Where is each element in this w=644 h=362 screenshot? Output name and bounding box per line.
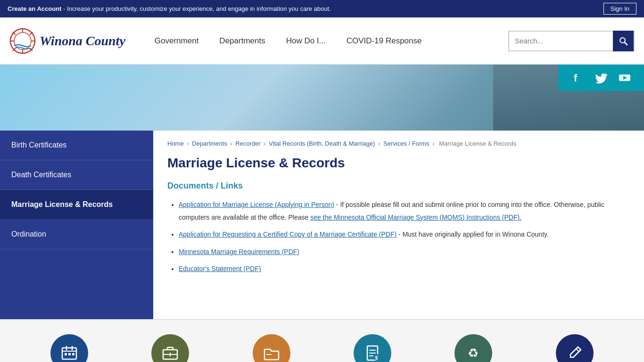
svg-rect-12 <box>571 71 584 84</box>
list-item: Minnesota Marriage Requirements (PDF) <box>179 246 630 258</box>
breadcrumb-recorder[interactable]: Recorder <box>235 140 260 147</box>
nav-departments[interactable]: Departments <box>209 32 275 50</box>
svg-text:♻: ♻ <box>468 346 479 360</box>
doc-link-app-in-person[interactable]: Application for Marriage License (Applyi… <box>179 201 334 208</box>
doc-link-educators-statement[interactable]: Educator's Statement (PDF) <box>179 265 261 272</box>
breadcrumb-vital-records[interactable]: Vital Records (Birth, Death & Marriage) <box>269 140 375 147</box>
footer-icon-folder[interactable] <box>253 334 290 362</box>
footer-icon-briefcase[interactable] <box>151 334 189 362</box>
top-banner: Create an Account - Increase your produc… <box>0 0 644 17</box>
hero-image: f <box>0 65 644 131</box>
calendar-icon <box>50 334 88 362</box>
svg-text:f: f <box>574 72 578 84</box>
folder-icon <box>253 334 290 362</box>
page-content: Home › Departments › Recorder › Vital Re… <box>153 131 644 319</box>
sidebar-item-death-certificates[interactable]: Death Certificates <box>0 160 153 190</box>
documents-list: Application for Marriage License (Applyi… <box>167 198 630 275</box>
create-account-link[interactable]: Create an Account <box>8 5 61 12</box>
svg-text:$: $ <box>375 355 378 361</box>
sidebar: Birth Certificates Death Certificates Ma… <box>0 131 153 319</box>
logo-icon <box>9 28 36 54</box>
recycle-icon: ♻ <box>454 334 492 362</box>
youtube-icon[interactable] <box>613 65 636 91</box>
facebook-icon[interactable]: f <box>566 65 589 91</box>
list-item: Educator's Statement (PDF) <box>179 263 630 275</box>
doc-link-moms[interactable]: see the Minnesota Official Marriage Syst… <box>310 214 521 221</box>
nav-government[interactable]: Government <box>144 32 209 50</box>
social-bar: f <box>558 65 644 91</box>
page-title: Marriage License & Records <box>167 156 630 171</box>
sidebar-item-marriage-license-records[interactable]: Marriage License & Records <box>0 190 153 220</box>
search-area <box>508 31 635 51</box>
list-item: Application for Marriage License (Applyi… <box>179 198 630 223</box>
footer-icons: $ ♻ <box>0 319 644 362</box>
breadcrumb-services-forms[interactable]: Services / Forms <box>383 140 429 147</box>
doc-link-mn-requirements[interactable]: Minnesota Marriage Requirements (PDF) <box>179 248 299 255</box>
breadcrumb: Home › Departments › Recorder › Vital Re… <box>167 140 630 147</box>
breadcrumb-departments[interactable]: Departments <box>192 140 227 147</box>
main-nav: Government Departments How Do I... COVID… <box>144 32 508 50</box>
doc-link-certified-copy[interactable]: Application for Requesting a Certified C… <box>179 230 396 238</box>
nav-covid[interactable]: COVID-19 Response <box>336 32 432 50</box>
search-input[interactable] <box>509 32 613 50</box>
main-content: Birth Certificates Death Certificates Ma… <box>0 131 644 319</box>
breadcrumb-home[interactable]: Home <box>167 140 184 147</box>
banner-text: Create an Account - Increase your produc… <box>8 5 331 12</box>
footer-icon-recycle[interactable]: ♻ <box>454 334 492 362</box>
pencil-icon <box>556 334 594 362</box>
svg-line-11 <box>625 42 627 45</box>
search-button[interactable] <box>613 31 634 51</box>
footer-icon-document[interactable]: $ <box>354 334 391 362</box>
svg-line-34 <box>576 349 579 352</box>
doc-text-certified-copy: - Must have originally applied for in Wi… <box>398 230 549 238</box>
nav-how-do-i[interactable]: How Do I... <box>276 32 336 50</box>
list-item: Application for Requesting a Certified C… <box>179 228 630 241</box>
briefcase-icon <box>151 334 189 362</box>
sidebar-item-ordination[interactable]: Ordination <box>0 220 153 249</box>
svg-rect-22 <box>72 353 74 355</box>
footer-icon-calendar[interactable] <box>50 334 88 362</box>
logo[interactable]: Winona County <box>9 28 125 54</box>
section-title: Documents / Links <box>167 181 630 191</box>
svg-rect-21 <box>68 353 71 355</box>
header: Winona County Government Departments How… <box>0 17 644 65</box>
logo-text: Winona County <box>40 33 125 49</box>
breadcrumb-current: Marriage License & Records <box>439 140 516 147</box>
search-icon <box>619 36 628 46</box>
twitter-icon[interactable] <box>589 65 613 91</box>
document-icon: $ <box>354 334 391 362</box>
sign-in-button[interactable]: Sign In <box>603 3 636 15</box>
sidebar-item-birth-certificates[interactable]: Birth Certificates <box>0 131 153 160</box>
footer-icon-pencil[interactable] <box>556 334 594 362</box>
svg-rect-20 <box>65 353 67 355</box>
